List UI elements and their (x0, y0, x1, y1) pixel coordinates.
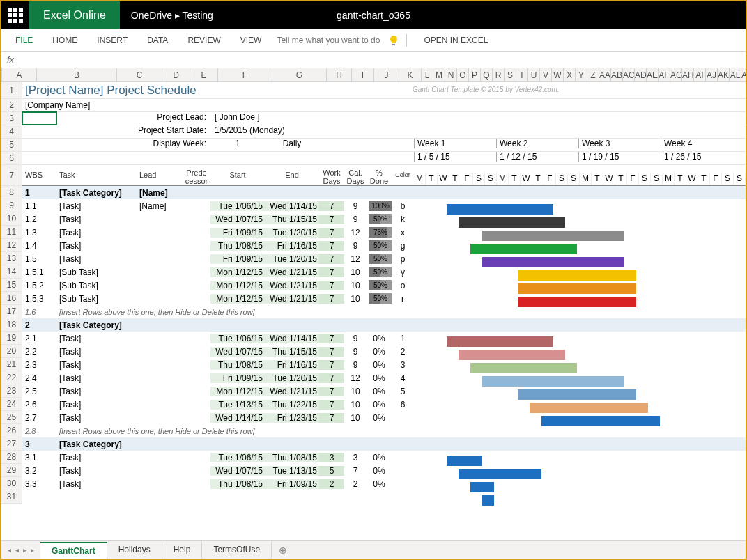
col-header-U[interactable]: U (528, 68, 540, 81)
row-header-11[interactable]: 11 (1, 226, 22, 239)
row-header-6[interactable]: 6 (1, 152, 22, 165)
task-row[interactable]: 2.1 [Task] Tue 1/06/15 Wed 1/14/15 7 9 0… (22, 332, 746, 345)
col-header-AA[interactable]: AA (599, 68, 611, 81)
col-header-X[interactable]: X (564, 68, 576, 81)
row-header-26[interactable]: 26 (1, 424, 22, 437)
ribbon-tab-data[interactable]: DATA (137, 29, 178, 52)
col-header-AH[interactable]: AH (682, 68, 694, 81)
col-header-C[interactable]: C (117, 68, 162, 81)
task-row[interactable]: 2[Task Category] (22, 318, 746, 332)
col-header-R[interactable]: R (493, 68, 505, 81)
display-mode[interactable]: Daily (265, 139, 319, 151)
breadcrumb[interactable]: OneDrive ▸ Testing (120, 10, 224, 21)
row-3[interactable]: Project Lead: [ John Doe ] (22, 112, 746, 125)
row-header-23[interactable]: 23 (1, 384, 22, 398)
task-row[interactable]: 1.4 [Task] Thu 1/08/15 Fri 1/16/15 7 9 5… (22, 239, 746, 252)
sheet-tab-ganttchart[interactable]: GanttChart (40, 542, 107, 559)
project-title[interactable]: [Project Name] Project Schedule (22, 82, 197, 98)
sheet-tab-holidays[interactable]: Holidays (107, 542, 162, 559)
task-row[interactable]: 1.3 [Task] Fri 1/09/15 Tue 1/20/15 7 12 … (22, 226, 746, 239)
col-header-Q[interactable]: Q (481, 68, 493, 81)
task-row[interactable]: 1.1 [Task] [Name] Tue 1/06/15 Wed 1/14/1… (22, 199, 746, 212)
col-header-Z[interactable]: Z (587, 68, 599, 81)
row-header-2[interactable]: 2 (1, 99, 22, 112)
task-row[interactable]: 1[Task Category][Name] (22, 186, 746, 199)
col-header-AC[interactable]: AC (623, 68, 635, 81)
row-header-4[interactable]: 4 (1, 125, 22, 139)
app-launcher-icon[interactable] (1, 1, 29, 29)
ribbon-tab-file[interactable]: FILE (6, 29, 43, 52)
col-header-M[interactable]: M (433, 68, 445, 81)
gantt-bar[interactable] (482, 376, 624, 387)
ribbon-tab-home[interactable]: HOME (43, 29, 87, 52)
row-4[interactable]: Project Start Date: 1/5/2015 (Monday) (22, 125, 746, 139)
gantt-bar[interactable] (459, 469, 541, 479)
task-row[interactable]: 1.5.2 [Sub Task] Mon 1/12/15 Wed 1/21/15… (22, 279, 746, 292)
sheet-nav-last-icon[interactable]: ▸ (29, 546, 36, 554)
row-2[interactable]: [Company Name] (22, 99, 746, 112)
sheet-area[interactable]: ABCDEFGHIJKLMNOPQRSTUVWXYZAAABACADAEAFAG… (1, 68, 746, 540)
task-row[interactable]: 1.2 [Task] Wed 1/07/15 Thu 1/15/15 7 9 5… (22, 212, 746, 226)
sheet-tab-termsofuse[interactable]: TermsOfUse (202, 542, 272, 559)
row-header-15[interactable]: 15 (1, 279, 22, 292)
row-header-18[interactable]: 18 (1, 318, 22, 332)
gantt-bar[interactable] (518, 297, 636, 307)
row-header-13[interactable]: 13 (1, 252, 22, 265)
col-header-W[interactable]: W (552, 68, 564, 81)
sheet-nav-first-icon[interactable]: ◂ (6, 546, 13, 554)
task-row[interactable]: 2.3 [Task] Thu 1/08/15 Fri 1/16/15 7 9 0… (22, 358, 746, 371)
row-header-5[interactable]: 5 (1, 139, 22, 152)
sheet-nav[interactable]: ◂ ◂ ▸ ▸ (1, 546, 40, 554)
sheet-tab-help[interactable]: Help (162, 542, 203, 559)
col-header-P[interactable]: P (469, 68, 481, 81)
row-header-25[interactable]: 25 (1, 411, 22, 424)
gantt-bar[interactable] (470, 244, 577, 254)
col-header-J[interactable]: J (374, 68, 399, 81)
task-row[interactable]: 3[Task Category] (22, 437, 746, 451)
row-header-14[interactable]: 14 (1, 265, 22, 279)
col-header-O[interactable]: O (457, 68, 469, 81)
cell-A3[interactable] (22, 112, 57, 125)
gantt-bar[interactable] (541, 416, 660, 426)
ribbon-tab-review[interactable]: REVIEW (178, 29, 230, 52)
row-1[interactable]: [Project Name] Project Schedule Gantt Ch… (22, 82, 746, 99)
col-header-AG[interactable]: AG (670, 68, 682, 81)
col-header-F[interactable]: F (218, 68, 272, 81)
add-sheet-button[interactable]: ⊕ (272, 545, 294, 556)
row-header-16[interactable]: 16 (1, 292, 22, 305)
task-row[interactable]: 3.3 [Task] Thu 1/08/15 Fri 1/09/15 2 2 0… (22, 477, 746, 490)
task-row[interactable]: 3.1 [Task] Tue 1/06/15 Thu 1/08/15 3 3 0… (22, 451, 746, 464)
col-header-I[interactable]: I (352, 68, 374, 81)
breadcrumb-folder[interactable]: Testing (183, 10, 213, 21)
breadcrumb-root[interactable]: OneDrive (131, 10, 172, 21)
row-6[interactable]: 1 / 5 / 151 / 12 / 151 / 19 / 151 / 26 /… (22, 152, 746, 165)
gantt-bar[interactable] (518, 270, 636, 281)
col-header-AI[interactable]: AI (694, 68, 706, 81)
row-header-17[interactable]: 17 (1, 305, 22, 318)
gantt-bar[interactable] (518, 283, 636, 294)
task-row[interactable]: 2.4 [Task] Fri 1/09/15 Tue 1/20/15 7 12 … (22, 371, 746, 384)
row-7-headers[interactable]: WBS Task Lead Predecessor Start End Work… (22, 165, 746, 186)
task-row[interactable]: 2.5 [Task] Mon 1/12/15 Wed 1/21/15 7 10 … (22, 384, 746, 398)
col-header-V[interactable]: V (540, 68, 552, 81)
task-row[interactable] (22, 490, 746, 504)
sheet-nav-prev-icon[interactable]: ◂ (13, 546, 21, 554)
col-header-AJ[interactable]: AJ (706, 68, 718, 81)
row-5[interactable]: Display Week: 1 Daily Week 1Week 2Week 3… (22, 139, 746, 152)
row-header-3[interactable]: 3 (1, 112, 22, 125)
gantt-bar[interactable] (447, 456, 482, 466)
document-name[interactable]: gantt-chart_o365 (337, 10, 410, 21)
row-header-7[interactable]: 7 (1, 165, 22, 186)
col-header-AK[interactable]: AK (718, 68, 730, 81)
col-header-G[interactable]: G (272, 68, 327, 81)
col-header-T[interactable]: T (516, 68, 528, 81)
row-header-28[interactable]: 28 (1, 451, 22, 464)
col-header-L[interactable]: L (422, 68, 433, 81)
row-header-19[interactable]: 19 (1, 332, 22, 345)
row-header-27[interactable]: 27 (1, 437, 22, 451)
gantt-bar[interactable] (470, 363, 577, 373)
sheet-nav-next-icon[interactable]: ▸ (21, 546, 29, 554)
gantt-bar[interactable] (447, 336, 553, 347)
col-header-AF[interactable]: AF (659, 68, 670, 81)
row-header-24[interactable]: 24 (1, 398, 22, 411)
